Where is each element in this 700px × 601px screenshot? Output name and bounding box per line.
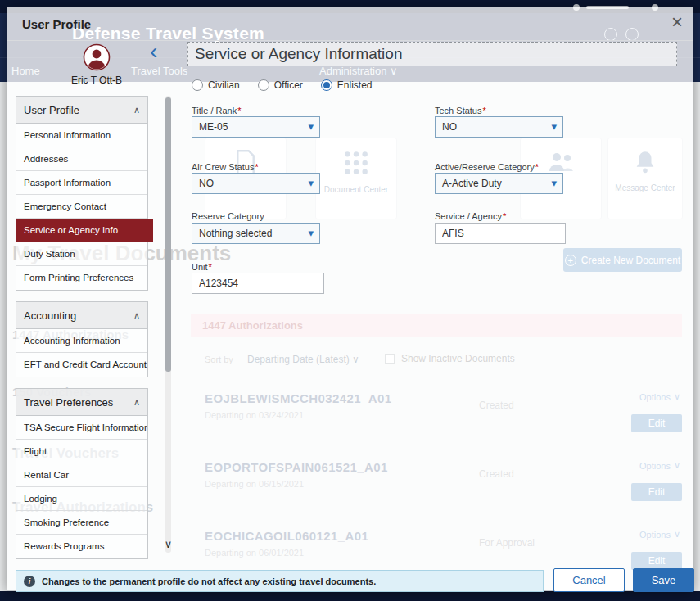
chevron-down-icon: ▾ bbox=[551, 117, 557, 137]
active-reserve-category-label: Active/Reserve Category* bbox=[435, 162, 539, 172]
required-asterisk: * bbox=[237, 106, 241, 115]
info-banner: i Changes to the permanent profile do no… bbox=[16, 570, 544, 592]
active-reserve-category-select[interactable]: A-Active Duty ▾ bbox=[435, 173, 563, 194]
required-asterisk: * bbox=[209, 262, 212, 272]
reserve-category-select[interactable]: Nothing selected ▾ bbox=[192, 223, 320, 244]
save-button[interactable]: Save bbox=[633, 568, 694, 592]
scroll-down-icon[interactable]: ∨ bbox=[162, 538, 174, 550]
sidebar-section-travel-preferences: Travel Preferences ∧ TSA Secure Flight I… bbox=[16, 388, 148, 559]
category-radio-group: Civilian Officer Enlisted bbox=[192, 79, 373, 91]
chevron-down-icon: ▾ bbox=[308, 224, 314, 243]
chevron-down-icon: ▾ bbox=[308, 117, 314, 137]
sidebar-section-accounting: Accounting ∧ Accounting Information EFT … bbox=[16, 301, 148, 377]
screen: Defense Travel System Home Travel Tools … bbox=[0, 0, 700, 601]
sidebar-item-personal-information[interactable]: Personal Information bbox=[16, 124, 147, 147]
required-asterisk: * bbox=[503, 211, 506, 221]
sidebar-item-passport-information[interactable]: Passport Information bbox=[16, 171, 147, 195]
title-rank-select[interactable]: ME-05 ▾ bbox=[192, 116, 320, 138]
radio-icon bbox=[258, 79, 269, 91]
chevron-down-icon: ▾ bbox=[551, 174, 557, 193]
air-crew-status-label: Air Crew Status* bbox=[192, 162, 259, 172]
required-asterisk: * bbox=[535, 162, 539, 172]
sidebar-section-header-travel-preferences[interactable]: Travel Preferences ∧ bbox=[16, 389, 147, 416]
back-chevron-icon[interactable]: ‹ bbox=[150, 40, 157, 63]
section-heading-box: Service or Agency Information bbox=[187, 42, 677, 66]
tech-status-label: Tech Status* bbox=[435, 106, 486, 115]
chevron-up-icon: ∧ bbox=[133, 105, 140, 115]
user-profile-modal: User Profile × Eric T Ott-B ‹ Service or… bbox=[7, 7, 693, 591]
info-message: Changes to the permanent profile do not … bbox=[42, 576, 376, 586]
sidebar-item-smoking-preference[interactable]: Smoking Preference bbox=[16, 511, 147, 535]
sidebar-item-form-printing-preferences[interactable]: Form Printing Preferences bbox=[16, 266, 147, 290]
tech-status-select[interactable]: NO ▾ bbox=[435, 116, 563, 138]
sidebar-item-lodging[interactable]: Lodging bbox=[16, 487, 147, 511]
sidebar-item-flight[interactable]: Flight bbox=[16, 440, 147, 463]
unit-label: Unit* bbox=[192, 262, 212, 272]
sidebar-item-rental-car[interactable]: Rental Car bbox=[16, 463, 147, 487]
sidebar-item-rewards-programs[interactable]: Rewards Programs bbox=[16, 535, 147, 558]
chevron-down-icon: ▾ bbox=[308, 174, 314, 193]
sidebar-section-header-accounting[interactable]: Accounting ∧ bbox=[16, 302, 147, 329]
required-asterisk: * bbox=[255, 162, 258, 172]
sidebar-section-header-user-profile[interactable]: User Profile ∧ bbox=[16, 97, 147, 124]
unit-input[interactable] bbox=[192, 273, 324, 294]
sidebar-item-emergency-contact[interactable]: Emergency Contact bbox=[16, 195, 147, 219]
close-icon[interactable]: × bbox=[671, 11, 683, 34]
reserve-category-label: Reserve Category bbox=[192, 211, 265, 221]
service-agency-label: Service / Agency* bbox=[435, 211, 506, 221]
sidebar-item-duty-station[interactable]: Duty Station bbox=[16, 242, 147, 266]
radio-icon-selected bbox=[321, 79, 332, 91]
title-rank-label: Title / Rank* bbox=[192, 106, 242, 115]
scrollbar-thumb[interactable] bbox=[165, 97, 171, 372]
sidebar-item-tsa-secure-flight-information[interactable]: TSA Secure Flight Information bbox=[16, 416, 147, 440]
radio-officer[interactable]: Officer bbox=[258, 79, 303, 91]
sidebar-item-eft-credit-card-accounts[interactable]: EFT and Credit Card Accounts bbox=[16, 353, 147, 377]
info-icon: i bbox=[24, 576, 35, 587]
sidebar-item-addresses[interactable]: Addresses bbox=[16, 147, 147, 171]
avatar bbox=[83, 43, 111, 71]
profile-sidebar: User Profile ∧ Personal Information Addr… bbox=[16, 96, 148, 570]
background-footer bbox=[0, 591, 700, 601]
sidebar-section-user-profile: User Profile ∧ Personal Information Addr… bbox=[16, 96, 148, 291]
sidebar-item-accounting-information[interactable]: Accounting Information bbox=[16, 329, 147, 353]
sidebar-item-service-or-agency-info[interactable]: Service or Agency Info bbox=[16, 219, 153, 242]
radio-icon bbox=[192, 79, 203, 91]
service-agency-input[interactable] bbox=[435, 223, 566, 244]
header-divider bbox=[7, 40, 693, 41]
radio-enlisted[interactable]: Enlisted bbox=[321, 79, 373, 91]
chevron-up-icon: ∧ bbox=[133, 310, 140, 321]
chevron-up-icon: ∧ bbox=[133, 397, 140, 408]
modal-title: User Profile bbox=[22, 17, 91, 31]
section-heading: Service or Agency Information bbox=[188, 43, 676, 66]
air-crew-status-select[interactable]: NO ▾ bbox=[192, 173, 320, 194]
sidebar-scrollbar[interactable] bbox=[165, 96, 171, 553]
radio-civilian[interactable]: Civilian bbox=[192, 79, 240, 91]
user-name: Eric T Ott-B bbox=[47, 75, 146, 86]
required-asterisk: * bbox=[482, 106, 485, 115]
cancel-button[interactable]: Cancel bbox=[553, 568, 625, 592]
